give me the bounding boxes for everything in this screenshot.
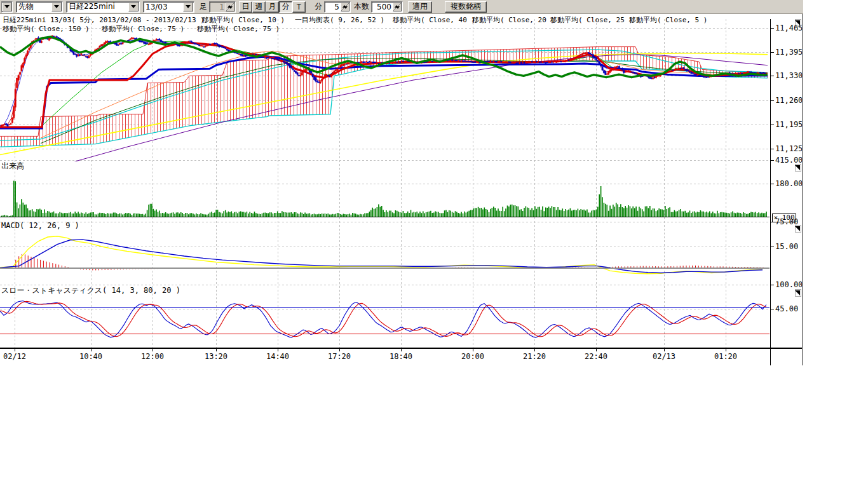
market-combobox[interactable]: 先物 [16,1,63,13]
bar-count-spinner[interactable]: 500 [371,1,403,13]
indicator-label: 移動平均( Close, 75 ) [197,25,280,33]
y-axis-tick-label: 75.00 [775,217,798,226]
chart-area[interactable]: 日経225mini 13/03( 5分, 2013/02/08 - 2013/0… [0,14,868,488]
time-axis-tick-label: 17:20 [325,352,353,361]
time-axis-tick-label: 13:20 [202,352,230,361]
period-button-month[interactable]: 月 [266,1,279,13]
macd-panel-label: MACD( 12, 26, 9 ) [1,222,79,230]
time-axis-tick-label: 02/13 [650,352,678,361]
time-axis-tick-label: 12:00 [139,352,166,361]
period-button-group: 日 週 月 分 T [239,1,306,13]
spin-updown-icon[interactable] [341,3,349,11]
indicator-label: 移動平均( Close, 25 ) [550,16,633,24]
spin-updown-icon[interactable] [226,3,234,11]
period-button-week[interactable]: 週 [252,1,266,13]
indicator-label: 移動平均( Close, 20 ) [472,16,555,24]
y-axis-tick-label: 11,125 [775,144,803,153]
contract-month-combobox-value: 13/03 [144,3,183,11]
bar-count-spinner-value: 500 [372,3,393,11]
panel-handle-icon[interactable] [795,289,801,297]
spin-updown-icon[interactable] [393,3,402,11]
y-axis-tick-label: 180.00 [775,179,803,188]
y-axis-tick-label: 100.00 [775,280,803,289]
y-axis-tick-label: 11,195 [775,120,803,129]
indicator-label: 移動平均( Close, 10 ) [202,16,285,24]
time-axis-tick-label: 22:40 [582,352,610,361]
symbol-combobox-value: 日経225mini [67,1,128,12]
time-axis-tick-label: 10:40 [77,352,105,361]
bar-type-label: 足 [200,1,207,12]
minute-label: 分 [315,1,322,12]
time-axis-tick-label: 21:20 [520,352,548,361]
toolbar: 先物 日経225mini 13/03 足 1 日 週 月 分 T 分 5 本数 … [0,0,803,14]
time-axis-tick-label: 14:40 [264,352,292,361]
symbol-combobox[interactable]: 日経225mini [66,1,140,13]
minute-spinner-value: 5 [325,3,341,11]
indicator-label: 日経225mini 13/03( 5分, 2013/02/08 - 2013/0… [3,16,205,24]
chevron-down-icon[interactable] [183,3,193,11]
chevron-down-icon[interactable] [51,3,62,11]
time-axis-tick-label: 20:00 [459,352,487,361]
multi-symbol-button[interactable]: 複数銘柄 [445,1,487,13]
panel-handle-icon[interactable] [795,164,801,172]
y-axis-tick-label: 415.00 [775,156,803,165]
period-button-day[interactable]: 日 [239,1,252,13]
bar-interval-value: 1 [210,3,226,11]
indicator-label: 移動平均( Close, 75 ) [102,25,184,33]
stoch-panel-label: スロー・ストキャスティクス( 14, 3, 80, 20 ) [1,287,180,295]
bar-count-label: 本数 [354,1,369,12]
y-axis-tick-label: 11,330 [775,71,803,80]
contract-month-combobox[interactable]: 13/03 [143,1,194,13]
time-axis-tick-label: 01:20 [712,352,740,361]
minute-spinner[interactable]: 5 [324,1,351,13]
chevron-down-icon[interactable] [2,3,12,11]
y-axis-tick-label: 11,395 [775,48,803,57]
indicator-label: 移動平均( Close, 40 ) [393,16,475,24]
period-button-minute[interactable]: 分 [279,1,292,13]
time-axis-tick-label: 02/12 [1,352,29,361]
chevron-down-icon[interactable] [128,3,139,11]
y-axis-tick-label: 11,260 [775,96,803,105]
volume-panel-label: 出来高 [1,162,24,170]
indicator-label: 一目均衡表( 9, 26, 52 ) [295,16,384,24]
mini-combobox[interactable] [1,1,13,13]
bar-interval-spinner[interactable]: 1 [209,1,236,13]
indicator-label: 移動平均( Close, 150 ) [3,25,90,33]
market-combobox-value: 先物 [17,1,51,12]
y-axis-tick-label: 15.00 [775,242,798,251]
time-axis-tick-label: 18:40 [387,352,415,361]
y-axis-tick-label: 45.00 [775,304,798,313]
y-axis-tick-label: 11,465 [775,24,803,32]
period-button-tick[interactable]: T [292,1,306,13]
apply-button[interactable]: 適用 [408,1,432,13]
indicator-label: 移動平均( Close, 5 ) [629,16,707,24]
